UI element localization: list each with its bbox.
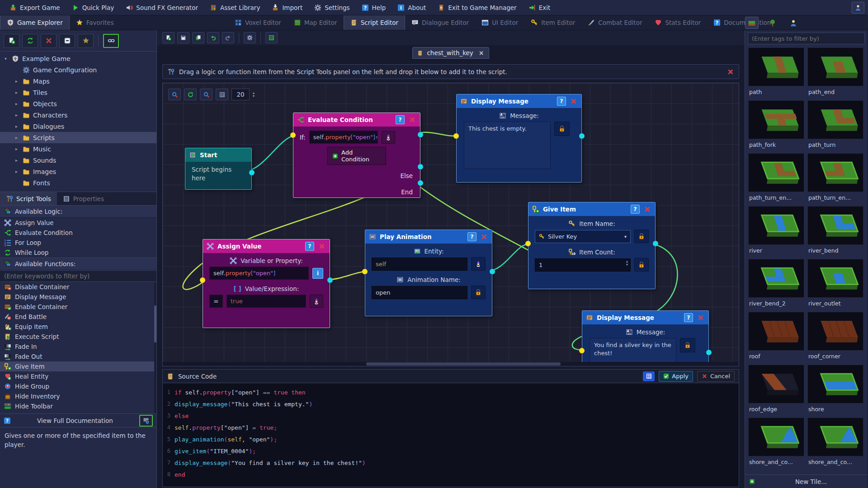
node-start[interactable]: Start Script begins here	[185, 148, 252, 190]
tree-chevron-icon[interactable]: ▸	[14, 158, 19, 163]
help-button[interactable]: ?	[467, 232, 476, 241]
tree-item[interactable]: ▸ Images	[0, 166, 156, 177]
editor-tab[interactable]: Combat Editor	[581, 15, 648, 30]
add-condition-button[interactable]: Add Condition	[327, 147, 386, 165]
tree-item[interactable]: ▸ Scripts	[0, 132, 156, 143]
editor-tab[interactable]: Voxel Editor	[228, 15, 288, 30]
tile-item[interactable]: roof_corner	[807, 312, 863, 361]
output-port[interactable]	[327, 277, 333, 283]
tile-item[interactable]: shore_and_co...	[807, 418, 863, 467]
tree-chevron-icon[interactable]: ▸	[14, 90, 19, 95]
duplicate-button[interactable]	[192, 32, 204, 43]
tree-item[interactable]: ▸ Dialogues	[0, 121, 156, 132]
grid-toggle-button[interactable]	[216, 89, 228, 100]
close-node-button[interactable]	[318, 242, 326, 250]
node-header[interactable]: Play Animation ?	[365, 230, 492, 244]
tile-item[interactable]: path	[748, 47, 804, 97]
editor-tab[interactable]: Stats Editor	[648, 15, 707, 30]
close-hint-icon[interactable]	[727, 68, 734, 75]
tree-chevron-icon[interactable]: ▸	[14, 124, 19, 129]
view-docs-button[interactable]: View Full Documentation	[14, 417, 136, 424]
close-tab-icon[interactable]: ×	[479, 49, 484, 56]
tile-thumbnail[interactable]	[748, 312, 804, 351]
tools-tab[interactable]: Script Tools	[0, 192, 57, 205]
help-button[interactable]: ?	[557, 97, 566, 106]
close-node-button[interactable]	[643, 205, 651, 213]
tile-thumbnail[interactable]	[807, 206, 863, 245]
menu-item[interactable]: Exit to Game Manager	[433, 2, 521, 13]
canvas-h-scrollbar-thumb[interactable]	[366, 362, 561, 366]
entity-field[interactable]: self	[372, 258, 467, 271]
editor-tab[interactable]: Map Editor	[288, 15, 344, 30]
tree-chevron-icon[interactable]: ▸	[14, 169, 19, 174]
tile-thumbnail[interactable]	[748, 259, 804, 298]
count-stepper[interactable]: ▴▾	[626, 260, 628, 266]
menu-item[interactable]: i About	[392, 2, 431, 13]
value-field[interactable]: true	[226, 295, 306, 308]
panel-tab[interactable]: Favorites	[70, 15, 120, 30]
function-item[interactable]: Fade Out	[0, 352, 156, 361]
tile-thumbnail[interactable]	[807, 100, 863, 139]
menu-item[interactable]: Import	[267, 2, 307, 13]
grid-size-stepper[interactable]: ▴▾	[253, 91, 255, 98]
function-item[interactable]: Execute Script	[0, 332, 156, 342]
zoom-selection-button[interactable]	[200, 89, 212, 100]
node-display-message-1[interactable]: Display Message ? AMessage: This chest i…	[456, 94, 582, 183]
close-node-button[interactable]	[697, 314, 705, 322]
tree-item[interactable]: ▸ Sounds	[0, 155, 156, 166]
zoom-fit-button[interactable]	[168, 89, 181, 100]
undo-button[interactable]	[207, 32, 219, 43]
function-item[interactable]: Display Message	[0, 292, 156, 302]
input-port[interactable]	[579, 348, 585, 353]
input-port[interactable]	[362, 269, 368, 274]
redo-button[interactable]	[222, 32, 234, 43]
output-port[interactable]	[653, 241, 658, 246]
palette-mode-button[interactable]	[787, 17, 800, 29]
reset-view-button[interactable]	[184, 89, 197, 100]
item-count-field[interactable]: 1 ▴▾	[535, 258, 631, 272]
tile-item[interactable]: river_outlet	[807, 259, 863, 309]
grid-size-value[interactable]: 20	[231, 89, 250, 100]
condition-expression-field[interactable]: self.property["open"] == t	[309, 131, 378, 144]
tile-item[interactable]: river	[748, 206, 804, 256]
lock-button[interactable]	[680, 338, 695, 352]
functions-scrollbar-thumb[interactable]	[154, 305, 156, 342]
tools-tab[interactable]: Properties	[57, 192, 110, 205]
menu-item[interactable]: Settings	[309, 2, 354, 13]
function-item[interactable]: Heal Entity	[0, 371, 156, 381]
save-button[interactable]	[177, 32, 189, 43]
node-assign-value[interactable]: Assign Value ? Variable or Property: sel…	[203, 239, 330, 328]
tree-chevron-icon[interactable]: ▸	[14, 135, 19, 140]
node-header[interactable]: Give Item ?	[528, 202, 655, 216]
canvas-h-scrollbar[interactable]	[163, 362, 739, 366]
output-port-end[interactable]	[418, 180, 423, 186]
new-tile-bar[interactable]: New Tile...	[745, 474, 868, 488]
function-item[interactable]: Hide Toolbar	[0, 401, 156, 411]
doc-list-button[interactable]	[139, 415, 153, 427]
tile-item[interactable]: path_end	[807, 47, 863, 97]
variable-field[interactable]: self.property["open"]	[209, 267, 309, 280]
function-item[interactable]: Disable Container	[0, 282, 156, 292]
output-port[interactable]	[249, 170, 255, 175]
operator-box[interactable]: =	[209, 295, 223, 308]
function-item[interactable]: End Battle	[0, 312, 156, 322]
tile-item[interactable]: path_fork	[748, 100, 804, 150]
tree-chevron-icon[interactable]: ▸	[14, 101, 19, 106]
output-port[interactable]	[706, 350, 712, 355]
tile-thumbnail[interactable]	[748, 100, 804, 139]
new-asset-button[interactable]	[4, 34, 19, 48]
tree-item[interactable]: ▸ Objects	[0, 98, 156, 109]
tile-thumbnail[interactable]	[807, 153, 863, 192]
tile-item[interactable]: roof_edge	[748, 365, 804, 414]
input-port[interactable]	[525, 241, 531, 246]
node-header[interactable]: Display Message ?	[457, 94, 581, 108]
logic-item[interactable]: 123 For Loop	[0, 238, 156, 248]
node-header[interactable]: Display Message ?	[582, 311, 708, 324]
tile-item[interactable]: path_turn_en...	[807, 153, 863, 203]
input-port[interactable]	[453, 133, 459, 139]
tile-thumbnail[interactable]	[748, 153, 804, 192]
run-grid-button[interactable]	[265, 32, 278, 43]
output-port[interactable]	[579, 133, 585, 139]
palette-mode-button[interactable]	[766, 17, 779, 29]
tile-item[interactable]: path_turn	[807, 100, 863, 150]
